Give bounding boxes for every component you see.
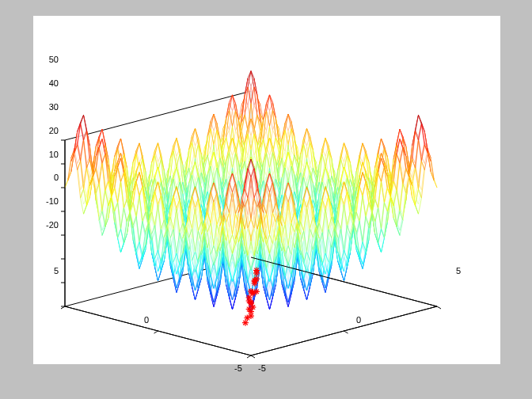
svg-line-20 [251, 355, 255, 358]
x-tick--5: -5 [258, 363, 266, 373]
y-tick--5: -5 [234, 363, 242, 373]
z-tick-30: 30 [41, 102, 59, 112]
y-tick-5: 5 [54, 266, 59, 276]
z-tick--20: -20 [41, 220, 59, 230]
svg-line-17 [247, 355, 251, 358]
z-tick-20: 20 [41, 126, 59, 135]
figure-window: 50 40 30 20 10 0 -10 -20 5 0 -5 -5 0 5 [0, 0, 532, 399]
z-tick-50: 50 [41, 55, 59, 64]
svg-line-22 [437, 306, 441, 309]
y-tick-0: 0 [144, 315, 149, 325]
svg-line-18 [154, 331, 158, 333]
x-tick-5: 5 [456, 266, 461, 276]
axes-3d [33, 16, 500, 364]
x-tick-0: 0 [356, 315, 361, 325]
z-tick-40: 40 [41, 78, 59, 88]
svg-line-3623 [251, 306, 437, 355]
z-tick-10: 10 [41, 150, 59, 159]
surface-plot [33, 16, 500, 364]
z-tick-0: 0 [41, 173, 59, 182]
z-tick--10: -10 [41, 196, 59, 206]
svg-line-21 [344, 331, 348, 333]
